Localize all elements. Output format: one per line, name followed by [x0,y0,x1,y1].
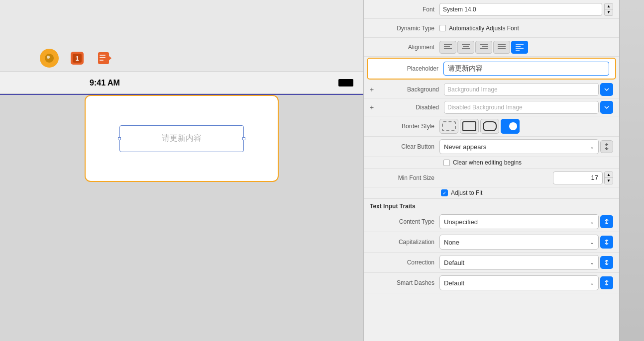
capitalization-label: Capitalization [370,239,434,246]
svg-rect-7 [100,55,106,56]
background-dropdown-arrow[interactable] [600,83,613,96]
background-plus[interactable]: + [370,85,379,94]
capitalization-arrow[interactable] [600,236,613,249]
clear-editing-label: Clear when editing begins [453,159,522,166]
canvas-placeholder: 请更新内容 [162,133,202,144]
capitalization-content: None ⌄ [439,235,613,250]
min-font-stepper-down[interactable]: ▼ [605,178,613,184]
clear-button-dropdown[interactable]: Never appears ⌄ [439,139,599,154]
disabled-row: + Disabled Disabled Background Image [364,98,619,116]
border-rounded-icon [483,121,497,131]
svg-marker-6 [107,55,111,62]
smart-dashes-dropdown[interactable]: Default ⌄ [439,275,599,290]
background-value: Background Image [447,86,498,93]
background-select[interactable]: Background Image [444,83,599,96]
border-line[interactable] [460,119,479,134]
border-rounded-rect[interactable] [501,119,520,134]
placeholder-input[interactable]: 请更新内容 [443,62,609,76]
border-dotted-icon [442,121,456,131]
align-right[interactable] [475,41,492,54]
smart-dashes-label: Smart Dashes [370,279,434,286]
canvas-area[interactable]: 请更新内容 [0,95,363,182]
disabled-label: Disabled [382,104,439,111]
dynamic-type-checkbox[interactable] [439,25,446,31]
capitalization-value: None [444,239,459,246]
border-none[interactable] [439,119,458,134]
capitalization-row: Capitalization None ⌄ [364,232,619,253]
smart-dashes-arrow[interactable] [600,276,613,289]
min-font-stepper[interactable]: ▲ ▼ [604,171,613,184]
clear-button-stepper[interactable] [600,140,613,153]
align-center[interactable] [457,41,474,54]
handle-left[interactable] [118,137,121,140]
min-font-size-content: 17 ▲ ▼ [439,171,613,184]
status-bar: 9:41 AM [0,72,363,94]
correction-dropdown[interactable]: Default ⌄ [439,255,599,270]
handle-right[interactable] [242,137,245,140]
min-font-size-label: Min Font Size [370,174,434,181]
font-input[interactable]: System 14.0 [439,3,602,16]
placeholder-row: Placeholder 请更新内容 [367,58,616,80]
capitalization-chevron: ⌄ [590,239,594,246]
min-font-size-input[interactable]: 17 [553,171,603,184]
capitalization-dropdown[interactable]: None ⌄ [439,235,599,250]
correction-content: Default ⌄ [439,255,613,270]
content-type-arrow[interactable] [600,215,613,228]
toolbar-area: 1 [0,0,363,72]
min-font-size-row: Min Font Size 17 ▲ ▼ [364,169,619,187]
content-type-value: Unspecified [444,218,478,226]
dynamic-type-text: Automatically Adjusts Font [449,25,519,32]
smart-dashes-content: Default ⌄ [439,275,613,290]
dynamic-type-row: Dynamic Type Automatically Adjusts Font [364,19,619,38]
toggle-knob [509,122,517,130]
smart-dashes-row: Smart Dashes Default ⌄ [364,273,619,293]
toggle-pill[interactable] [501,121,519,131]
right-strip-bg [620,0,644,341]
canvas-panel: 1 9:41 AM 请更新内容 [0,0,363,341]
min-font-stepper-up[interactable]: ▲ [605,172,613,178]
smart-dashes-chevron: ⌄ [590,280,594,286]
content-type-row: Content Type Unspecified ⌄ [364,212,619,232]
correction-chevron: ⌄ [590,259,594,266]
text-field[interactable]: 请更新内容 [119,125,244,152]
selected-container[interactable]: 请更新内容 [85,95,279,182]
toolbar-icon-2[interactable]: 1 [68,49,87,68]
svg-text:1: 1 [76,55,79,62]
min-font-size-value: 17 [591,174,598,181]
correction-arrow[interactable] [600,256,613,269]
font-stepper[interactable]: ▲ ▼ [604,3,613,16]
toolbar-icons: 1 [40,49,114,68]
placeholder-value: 请更新内容 [448,64,483,73]
stepper-down[interactable]: ▼ [605,9,613,15]
correction-row: Correction Default ⌄ [364,253,619,273]
align-justify[interactable] [493,41,510,54]
adjust-fit-checkbox[interactable]: ✓ [441,189,448,196]
disabled-plus[interactable]: + [370,103,379,112]
align-natural[interactable] [511,41,528,54]
time-display: 9:41 AM [90,79,120,87]
font-value: System 14.0 [443,6,476,13]
right-strip [619,0,644,341]
attributes-inspector: Font System 14.0 ▲ ▼ Dynamic Type Automa… [363,0,619,341]
adjust-fit-label: Adjust to Fit [451,189,482,196]
border-bezel[interactable] [480,119,499,134]
disabled-dropdown-arrow[interactable] [600,101,613,114]
content-type-label: Content Type [370,218,434,225]
align-left[interactable] [439,41,456,54]
dynamic-type-content: Automatically Adjusts Font [439,25,613,32]
toolbar-icon-3[interactable] [96,49,114,68]
font-content: System 14.0 ▲ ▼ [439,3,613,16]
adjust-to-fit-row: ✓ Adjust to Fit [364,187,619,199]
alignment-group [439,41,528,54]
stepper-up[interactable]: ▲ [605,3,613,10]
disabled-select[interactable]: Disabled Background Image [444,101,599,114]
alignment-content [439,41,613,54]
clear-button-label: Clear Button [370,143,434,150]
background-label: Background [382,86,439,93]
alignment-row: Alignment [364,38,619,57]
toolbar-icon-1[interactable] [40,49,59,68]
clear-editing-checkbox[interactable] [443,160,450,166]
alignment-label: Alignment [370,44,434,51]
border-line-icon [462,121,476,131]
content-type-dropdown[interactable]: Unspecified ⌄ [439,214,599,229]
